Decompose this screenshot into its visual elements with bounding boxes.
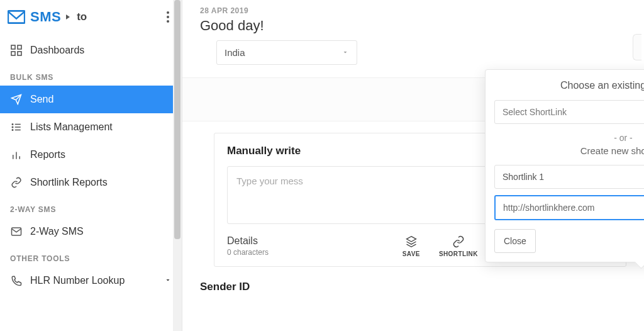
caret-right-icon bbox=[66, 14, 70, 20]
popover-title: Choose an existing shortlink bbox=[560, 80, 644, 91]
sidebar-scrollbar-track[interactable] bbox=[173, 0, 182, 331]
sidebar-item-label: Reports bbox=[30, 149, 65, 160]
link-icon bbox=[10, 176, 23, 189]
close-button[interactable]: Close bbox=[494, 229, 536, 253]
link-icon bbox=[452, 235, 465, 248]
sidebar-item-two-way-sms[interactable]: 2-Way SMS bbox=[0, 218, 182, 245]
sidebar-item-label: 2-Way SMS bbox=[30, 226, 84, 237]
sidebar-item-label: HLR Number Lookup bbox=[30, 275, 125, 286]
phone-icon bbox=[10, 274, 23, 287]
sidebar-scrollbar-thumb[interactable] bbox=[174, 0, 180, 239]
main-content: 28 APR 2019 Good day! India Manually wri… bbox=[182, 0, 644, 331]
svg-point-5 bbox=[12, 124, 13, 125]
dashboard-icon bbox=[10, 44, 23, 57]
sidebar-item-send[interactable]: Send bbox=[0, 86, 182, 113]
sidebar-menu-button[interactable] bbox=[164, 9, 169, 25]
details-info: Details 0 characters bbox=[227, 235, 269, 257]
country-select[interactable]: India bbox=[216, 40, 357, 65]
svg-rect-2 bbox=[18, 45, 21, 49]
sidebar-item-label: Send bbox=[30, 94, 53, 105]
details-label: Details bbox=[227, 235, 269, 247]
brand-logo[interactable]: SMS to bbox=[8, 9, 87, 25]
sidebar-item-label: Lists Management bbox=[30, 121, 113, 133]
shortlink-select[interactable]: Select ShortLink bbox=[494, 100, 644, 124]
brand-suffix: to bbox=[77, 11, 87, 23]
bar-chart-icon bbox=[10, 149, 23, 161]
sender-id-heading: Sender ID bbox=[200, 281, 626, 293]
sidebar: SMS to Dashboards BULK SMS Send bbox=[0, 0, 182, 331]
stack-icon bbox=[405, 235, 418, 248]
paper-plane-icon bbox=[10, 93, 23, 106]
sidebar-section-bulk-sms: BULK SMS bbox=[0, 64, 182, 86]
envelope-icon bbox=[8, 10, 25, 24]
sidebar-item-lists[interactable]: Lists Management bbox=[0, 113, 182, 141]
or-separator: - or - bbox=[494, 133, 644, 143]
create-new-label: Create new shortlink bbox=[494, 145, 644, 156]
shortlink-url-input[interactable] bbox=[494, 195, 644, 220]
chevron-down-icon bbox=[164, 275, 172, 286]
svg-point-7 bbox=[12, 126, 13, 128]
sidebar-item-label: Shortlink Reports bbox=[30, 177, 108, 188]
message-placeholder: Type your mess bbox=[236, 176, 303, 186]
country-selected-value: India bbox=[225, 47, 245, 58]
select-placeholder: Select ShortLink bbox=[502, 107, 567, 117]
svg-rect-4 bbox=[18, 52, 21, 55]
action-save[interactable]: SAVE bbox=[402, 235, 420, 257]
char-count: 0 characters bbox=[227, 248, 269, 257]
sidebar-item-dashboards[interactable]: Dashboards bbox=[0, 36, 182, 64]
list-icon bbox=[10, 121, 23, 133]
svg-point-9 bbox=[12, 130, 13, 131]
shortlink-name-input[interactable] bbox=[494, 165, 644, 189]
shortlink-popover: Choose an existing shortlink ✖ Select Sh… bbox=[485, 69, 644, 262]
sidebar-item-reports[interactable]: Reports bbox=[0, 141, 182, 169]
brand-name: SMS bbox=[30, 9, 61, 25]
svg-rect-1 bbox=[11, 45, 15, 49]
greeting-text: Good day! bbox=[200, 18, 626, 34]
sidebar-section-other: OTHER TOOLS bbox=[0, 245, 182, 267]
action-label: SAVE bbox=[402, 250, 420, 257]
date-label: 28 APR 2019 bbox=[200, 6, 626, 15]
page-tab[interactable] bbox=[633, 34, 641, 60]
chevron-down-icon bbox=[341, 47, 349, 58]
svg-rect-3 bbox=[11, 52, 15, 55]
sidebar-item-shortlink-reports[interactable]: Shortlink Reports bbox=[0, 169, 182, 196]
action-shortlink[interactable]: SHORTLINK bbox=[439, 235, 478, 257]
sidebar-item-hlr-lookup[interactable]: HLR Number Lookup bbox=[0, 267, 182, 295]
mail-icon bbox=[10, 225, 23, 238]
sidebar-item-label: Dashboards bbox=[30, 45, 84, 56]
sidebar-section-two-way: 2-WAY SMS bbox=[0, 196, 182, 218]
action-label: SHORTLINK bbox=[439, 250, 478, 257]
